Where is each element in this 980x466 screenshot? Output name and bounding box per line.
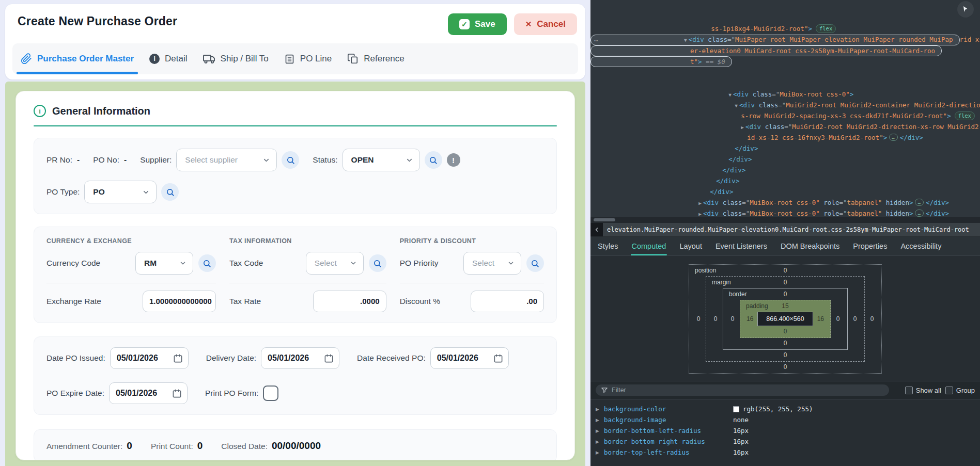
- devtools-tab[interactable]: Styles: [598, 237, 618, 255]
- devtools-tab[interactable]: Accessibility: [900, 237, 941, 255]
- dom-tree-line[interactable]: ⋯ ▼<div class="MuiBox-root css-0">: [590, 67, 980, 78]
- column-input[interactable]: .00: [471, 291, 544, 312]
- expand-arrow-icon[interactable]: ▶: [596, 450, 604, 455]
- dom-tree-line[interactable]: ⋯ </div>: [590, 165, 980, 175]
- status-select[interactable]: OPEN: [343, 149, 420, 171]
- po-expire-date-label: PO Expire Date:: [46, 389, 104, 398]
- property-name: background-color: [604, 405, 733, 413]
- group-checkbox[interactable]: Group: [945, 387, 975, 394]
- calendar-icon: [493, 353, 503, 363]
- date-value: 05/01/2026: [437, 353, 478, 363]
- dom-tree-line[interactable]: ⋯ ▼<div class="MuiPaper-root MuiPaper-el…: [590, 35, 960, 45]
- show-all-checkbox[interactable]: Show all: [905, 387, 941, 394]
- dom-tree-line[interactable]: ⋯ id-xs-12 css-16fnxy3-MuiGrid2-root">…<…: [590, 110, 980, 121]
- column-select[interactable]: RM: [135, 252, 193, 275]
- devtools-tab[interactable]: Computed: [632, 237, 666, 255]
- tab-po-line[interactable]: PO Line: [284, 43, 332, 74]
- expand-arrow-icon[interactable]: ▶: [596, 417, 604, 423]
- status-search-button[interactable]: [425, 151, 442, 169]
- dom-tree-line[interactable]: ⋯ 2 imgGird1 css-16fnxy3-MuiGrid2-root">: [590, 23, 980, 34]
- column-divider: [229, 283, 386, 283]
- counter-item: Print Count: 0: [151, 440, 203, 452]
- column-select-row: PO Priority Select: [400, 252, 544, 275]
- date-label: Date PO Issued:: [46, 353, 105, 363]
- devtools-tab[interactable]: Properties: [853, 237, 887, 255]
- app-tabbar: Purchase Order Master i Detail Ship / Bi…: [12, 43, 578, 74]
- dom-tree-line[interactable]: ⋯ </div>: [590, 143, 980, 154]
- supplier-select[interactable]: Select supplier: [176, 149, 277, 171]
- devtools-tab[interactable]: DOM Breakpoints: [781, 237, 839, 255]
- status-label: Status:: [313, 155, 337, 165]
- date-input[interactable]: 05/01/2026: [261, 347, 339, 369]
- dom-tree-line[interactable]: ⋯ </div>: [590, 154, 980, 165]
- print-po-form-checkbox[interactable]: [263, 385, 278, 401]
- po-type-search-button[interactable]: [161, 183, 179, 201]
- expand-arrow-icon[interactable]: ▶: [596, 428, 604, 433]
- computed-property-row[interactable]: ▶ background-color rgb(255, 255, 255): [590, 404, 980, 414]
- computed-property-row[interactable]: ▶ background-image none: [590, 414, 980, 425]
- dom-tree-line[interactable]: ⋯ ▶<div class="MuiBox-root css-0" role="…: [590, 186, 980, 197]
- computed-property-row[interactable]: ▶ border-bottom-left-radius 16px: [590, 425, 980, 436]
- po-type-select[interactable]: PO: [84, 181, 157, 203]
- dom-tree-line[interactable]: ⋯ ▼<div class="MuiGrid2-root MuiGrid2-co…: [590, 78, 980, 89]
- po-expire-date-input[interactable]: 05/01/2026: [109, 382, 188, 404]
- counter-value: 0: [197, 440, 203, 452]
- select-value: Select: [472, 259, 494, 268]
- date-input[interactable]: 05/01/2026: [430, 347, 509, 369]
- expand-arrow-icon[interactable]: ▶: [596, 407, 604, 412]
- filter-placeholder: Filter: [612, 387, 626, 394]
- property-value: none: [733, 416, 749, 424]
- column-search-button[interactable]: [198, 254, 216, 272]
- dom-tree-line[interactable]: ⋯ ▶<div class="MuiBox-root css-0" role="…: [590, 208, 980, 217]
- date-input[interactable]: 05/01/2026: [110, 347, 189, 369]
- line-menu-dots-icon[interactable]: ⋯: [594, 35, 599, 46]
- tab-label: Detail: [165, 54, 187, 64]
- column-select[interactable]: Select: [463, 252, 521, 275]
- computed-property-row[interactable]: ▶ border-top-left-radius 16px: [590, 447, 980, 458]
- column-search-button[interactable]: [369, 254, 386, 272]
- tab-detail[interactable]: i Detail: [149, 43, 187, 74]
- header-card: Create New Purchase Order ✓ Save ✕ Cance…: [5, 4, 585, 79]
- dom-tree-line[interactable]: ⋯ </div>: [590, 132, 980, 143]
- tab-reference[interactable]: Reference: [347, 43, 404, 74]
- cancel-button[interactable]: ✕ Cancel: [514, 13, 577, 35]
- devtools-tab[interactable]: Event Listeners: [715, 237, 767, 255]
- dom-tree-line[interactable]: ⋯ </div>: [590, 121, 980, 132]
- dom-tree-line[interactable]: ⋯ er-elevation0 MuiCard-root css-2s58ym-…: [590, 45, 942, 56]
- tab-ship-bill-to[interactable]: Ship / Bill To: [203, 43, 269, 74]
- select-value: Select: [315, 259, 337, 268]
- breadcrumb-back-button[interactable]: [590, 223, 603, 236]
- dom-tree-line[interactable]: ⋯ ss-1pi8xg4-MuiGrid2-root">flex: [590, 2, 980, 12]
- elements-horizontal-scrollbar[interactable]: [590, 217, 980, 223]
- scrollbar-thumb[interactable]: [594, 218, 615, 221]
- dom-tree-line[interactable]: ⋯ t"> == $0: [590, 56, 732, 67]
- column-search-button[interactable]: [526, 254, 544, 272]
- save-button[interactable]: ✓ Save: [448, 13, 507, 35]
- devtools-tab[interactable]: Layout: [679, 237, 702, 255]
- computed-property-row[interactable]: ▶ border-bottom-right-radius 16px: [590, 436, 980, 447]
- breadcrumb-selector-text[interactable]: elevation.MuiPaper-rounded.MuiPaper-elev…: [607, 226, 969, 233]
- expand-arrow-icon[interactable]: ▶: [596, 439, 604, 444]
- counter-value: 00/00/0000: [272, 440, 321, 452]
- supplier-search-button[interactable]: [282, 151, 299, 169]
- paperclip-icon: [21, 53, 32, 65]
- devtools-breadcrumb-bar: elevation.MuiPaper-rounded.MuiPaper-elev…: [590, 223, 980, 237]
- column-select[interactable]: Select: [306, 252, 364, 275]
- dom-tree-line[interactable]: ⋯ s-row MuiGrid2-spacing-xs-3 css-dkd71f…: [590, 89, 980, 100]
- info-icon: i: [149, 54, 160, 64]
- chevron-down-icon: [262, 156, 270, 164]
- status-value: OPEN: [351, 155, 374, 165]
- property-name: background-image: [604, 416, 733, 424]
- dom-tree-line[interactable]: ⋯ ▼<div class="MuiGrid2-root MuiGrid2-di…: [590, 12, 980, 23]
- filter-input[interactable]: Filter: [596, 384, 889, 396]
- property-value: 16px: [733, 427, 749, 435]
- column-input[interactable]: 1.0000000000000: [143, 291, 216, 312]
- dom-tree-line[interactable]: ⋯ ▶<div class="MuiGrid2-root MuiGrid2-di…: [590, 100, 980, 110]
- tab-purchase-order-master[interactable]: Purchase Order Master: [21, 43, 134, 74]
- dom-tree-line[interactable]: ⋯ ▶<div class="MuiBox-root css-1sm2s1z" …: [590, 197, 980, 208]
- supplier-placeholder: Select supplier: [185, 155, 238, 165]
- section-title: General Information: [52, 105, 150, 117]
- column-input[interactable]: .0000: [313, 291, 386, 312]
- dom-tree-line[interactable]: ⋯ ▶<div class="MuiBox-root css-0" role="…: [590, 175, 980, 186]
- checkbox-icon: [945, 387, 953, 394]
